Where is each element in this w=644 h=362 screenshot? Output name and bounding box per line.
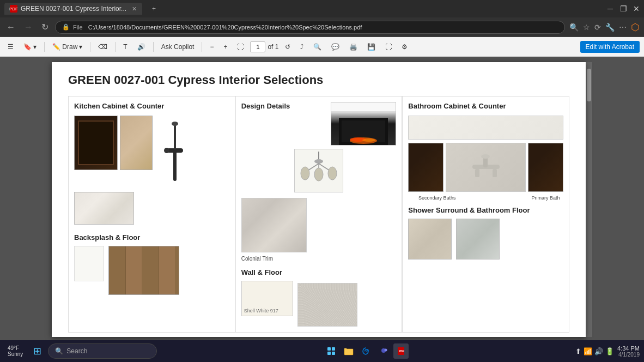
show-desktop-icon[interactable]: ⬆ — [575, 347, 581, 355]
favorites-icon[interactable]: ☆ — [583, 23, 590, 32]
print-button[interactable]: 🖨️ — [346, 41, 361, 52]
forward-button[interactable]: → — [22, 21, 35, 33]
window-controls: ─ ❐ ✕ — [607, 5, 640, 12]
scroll-thumb[interactable] — [587, 69, 591, 101]
page-nav: of 1 — [250, 41, 278, 52]
bookmarks-button[interactable]: 🔖 ▾ — [20, 41, 40, 52]
cabinet-samples — [74, 116, 153, 186]
edit-acrobat-button[interactable]: Edit with Acrobat — [580, 41, 640, 53]
sidebar-toggle-button[interactable]: ☰ — [4, 41, 17, 52]
pdf-taskbar-button[interactable]: PDF — [393, 343, 409, 359]
kitchen-column: Kitchen Cabinet & Counter — [68, 96, 235, 333]
fullscreen-button[interactable]: ⛶ — [382, 41, 395, 52]
read-aloud-button[interactable]: 🔊 — [134, 41, 149, 52]
kitchen-images — [74, 116, 230, 225]
search-pdf-button[interactable]: 🔍 — [310, 41, 325, 52]
carpet-sample — [297, 283, 357, 327]
taskbar-search[interactable]: 🔍 Search — [48, 343, 157, 359]
bath-upper-cabinet — [408, 116, 563, 140]
svg-point-2 — [164, 148, 169, 153]
taskview-button[interactable] — [324, 343, 339, 359]
faucet-image — [156, 116, 194, 186]
search-icon[interactable]: 🔍 — [569, 23, 579, 32]
white-tile-sample — [74, 246, 104, 281]
separator-1 — [44, 42, 45, 52]
comment-button[interactable]: 💬 — [328, 41, 343, 52]
rotate-button[interactable]: ↺ — [282, 41, 294, 52]
refresh-icon[interactable]: ⟳ — [594, 23, 601, 32]
backsplash-title: Backsplash & Floor — [74, 233, 230, 242]
back-button[interactable]: ← — [4, 21, 17, 33]
system-icons: ⬆ 📶 🔊 🔋 — [575, 347, 614, 355]
wall-title: Wall & Floor — [241, 268, 397, 276]
pdf-viewer[interactable]: GREEN 0027-001 Cypress Interior Selectio… — [0, 57, 644, 342]
dark-cabinet-inner — [78, 120, 114, 165]
erase-button[interactable]: ⌫ — [95, 41, 111, 52]
main-area: GREEN 0027-001 Cypress Interior Selectio… — [0, 57, 644, 342]
shower-tile-1 — [408, 219, 452, 260]
browser-tab[interactable]: PDF GREEN 0027-001 Cypress Interior... ✕ — [4, 3, 142, 15]
restore-button[interactable]: ❐ — [620, 5, 627, 12]
chandelier-image — [294, 149, 343, 192]
zoom-in-button[interactable]: + — [220, 41, 230, 52]
zoom-out-button[interactable]: − — [206, 41, 217, 52]
separator-4 — [153, 42, 154, 52]
save-button[interactable]: 💾 — [364, 41, 379, 52]
pdf-toolbar: ☰ 🔖 ▾ ✏️ Draw ▾ ⌫ T 🔊 Ask Copilot − + ⛶ … — [0, 37, 644, 57]
address-bar: ← → ↻ 🔒 File C:/Users/18048/Documents/GR… — [0, 17, 644, 37]
volume-icon[interactable]: 🔊 — [594, 347, 603, 355]
bathroom-row — [408, 143, 563, 192]
draw-button[interactable]: ✏️ Draw ▾ — [49, 41, 86, 52]
pdf-title: GREEN 0027-001 Cypress Interior Selectio… — [68, 73, 569, 87]
svg-point-16 — [314, 168, 323, 181]
pdf-page: GREEN 0027-001 Cypress Interior Selectio… — [52, 62, 586, 337]
tab-close-button[interactable]: ✕ — [132, 5, 137, 13]
svg-point-17 — [328, 167, 337, 180]
share-button[interactable]: ⤴ — [297, 41, 307, 52]
windows-logo: ⊞ — [33, 345, 41, 357]
reload-button[interactable]: ↻ — [39, 21, 51, 33]
edge-taskbar-button[interactable] — [359, 343, 374, 359]
page-number-input[interactable] — [250, 41, 265, 52]
fit-page-button[interactable]: ⛶ — [234, 41, 247, 52]
bath-dark-cabinet-right — [528, 143, 563, 192]
backsplash-section: Backsplash & Floor — [74, 233, 230, 295]
title-bar: PDF GREEN 0027-001 Cypress Interior... ✕… — [0, 0, 644, 17]
more-icon[interactable]: ⋯ — [619, 23, 627, 32]
scrollbar[interactable] — [586, 62, 592, 337]
bath-labels: Secondary Baths Primary Bath — [408, 195, 563, 201]
copilot-button[interactable]: Ask Copilot — [158, 41, 198, 52]
shower-tile-2 — [456, 219, 500, 260]
close-button[interactable]: ✕ — [633, 5, 640, 12]
teams-button[interactable] — [376, 343, 391, 359]
settings-button[interactable]: ⚙ — [398, 41, 411, 52]
lock-icon: 🔒 — [62, 23, 70, 31]
primary-bath-label: Primary Bath — [528, 195, 563, 201]
separator-5 — [202, 42, 202, 52]
secondary-baths-label: Secondary Baths — [408, 195, 466, 201]
design-title: Design Details — [241, 102, 290, 110]
separator-2 — [90, 42, 90, 52]
clock-time: 4:34 PM — [617, 345, 640, 352]
search-icon: 🔍 — [55, 347, 63, 355]
url-text: C:/Users/18048/Documents/GREEN%200027-00… — [88, 24, 362, 31]
fireplace-image — [331, 102, 396, 146]
tab-title: GREEN 0027-001 Cypress Interior... — [21, 5, 126, 13]
dark-cabinet-sample — [74, 116, 118, 170]
start-button[interactable]: ⊞ — [28, 342, 46, 360]
title-bar-left: PDF GREEN 0027-001 Cypress Interior... ✕… — [4, 3, 161, 15]
extensions-icon[interactable]: 🔧 — [605, 23, 615, 32]
separator-3 — [115, 42, 116, 52]
wall-section: Wall & Floor Shell White 917 — [241, 268, 397, 327]
minimize-button[interactable]: ─ — [607, 5, 613, 12]
address-input[interactable]: 🔒 File C:/Users/18048/Documents/GREEN%20… — [55, 21, 565, 34]
network-icon[interactable]: 📶 — [584, 347, 592, 355]
battery-icon[interactable]: 🔋 — [605, 347, 614, 355]
trim-label: Colonial Trim — [241, 256, 273, 262]
text-button[interactable]: T — [120, 41, 130, 52]
svg-text:PDF: PDF — [399, 349, 404, 353]
design-header-row: Design Details — [241, 102, 397, 146]
file-explorer-button[interactable] — [341, 343, 356, 359]
new-tab-button[interactable]: + — [147, 3, 161, 15]
svg-point-15 — [301, 167, 309, 180]
